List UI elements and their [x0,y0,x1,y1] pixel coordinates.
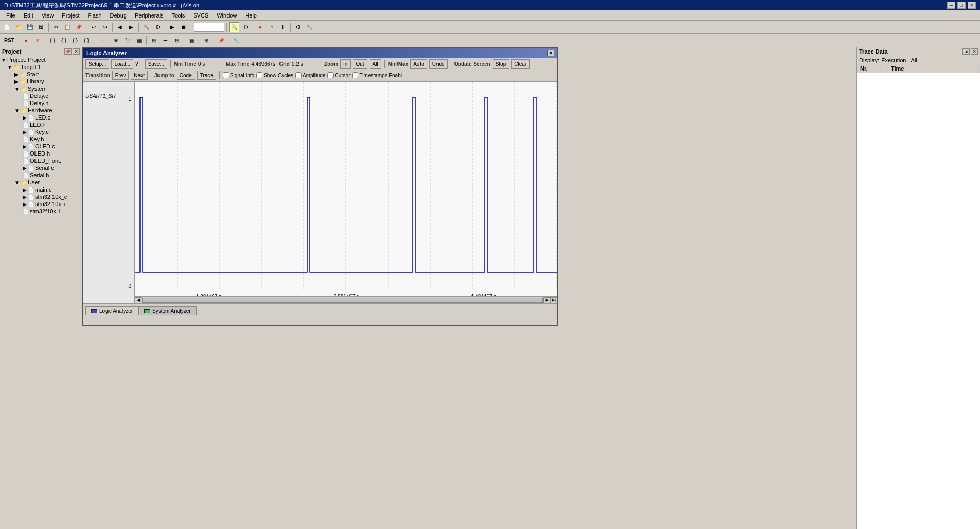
la-zoom-all-btn[interactable]: All [370,59,381,69]
la-showcycles-check[interactable]: Show Cycles [256,72,293,78]
save-all-btn[interactable]: 🖫 [36,22,46,32]
la-tab-logic[interactable]: Logic Analyzer [85,306,138,315]
tree-stm32f1b[interactable]: ▶ 📄 stm32f10x_i [0,200,82,208]
tree-oledfont[interactable]: 📄 OLED_Font. [0,157,82,164]
tree-root[interactable]: ▼ Project: Project [0,56,82,63]
settings-btn[interactable]: ⚙ [293,22,303,32]
la-prev-btn[interactable]: Prev [112,71,129,80]
stop-btn[interactable]: ⏹ [179,22,189,32]
la-save-btn[interactable]: Save... [145,59,167,69]
col-btn[interactable]: ⊟ [171,36,182,46]
curly2-btn[interactable]: { } [59,36,69,46]
la-clear-btn[interactable]: Clear [511,59,530,69]
la-cursor-checkbox[interactable] [327,72,334,78]
menu-tools[interactable]: Tools [168,11,189,20]
la-next-btn[interactable]: Next [131,71,148,80]
la-signalinfo-check[interactable]: Signal Info [223,72,254,78]
la-timestamps-check[interactable]: Timestamps Enabl [352,72,401,78]
menu-peripherals[interactable]: Peripherals [131,11,168,20]
la-auto-btn[interactable]: Auto [410,59,427,69]
tree-oled-c[interactable]: ▶ 📄 OLED.c [0,143,82,150]
arrow-right-btn[interactable]: → [96,36,107,46]
stop3-btn[interactable]: ✕ [32,36,43,46]
curly4-btn[interactable]: { } [81,36,92,46]
tree-stm32f1c[interactable]: 📄 stm32f10x_i [0,208,82,215]
tree-hardware[interactable]: ▼ 📁 Hardware [0,107,82,114]
la-zoom-in-btn[interactable]: In [340,59,351,69]
la-scroll-right[interactable]: |▶ [543,297,550,303]
menu-svcs[interactable]: SVCS [189,11,213,20]
list-btn[interactable]: ☰ [160,36,170,46]
la-timestamps-checkbox[interactable] [352,72,358,78]
la-code-btn[interactable]: Code [177,71,195,80]
minimize-button[interactable]: ─ [947,2,955,9]
pin-btn[interactable]: 📌 [216,36,226,46]
next-btn[interactable]: ▶ [126,22,136,32]
tree-stm32f1[interactable]: ▶ 📄 stm32f10x_c [0,193,82,200]
build-btn[interactable]: 🔨 [141,22,151,32]
la-stop-btn[interactable]: Stop [493,59,510,69]
tree-main-c[interactable]: ▶ 📄 main.c [0,186,82,193]
watch2-btn[interactable]: 🔭 [122,36,133,46]
redo-btn[interactable]: ↪ [100,22,110,32]
menu-view[interactable]: View [38,11,58,20]
trace-dock-btn[interactable]: ◄ [962,48,970,55]
find-btn[interactable]: 🔍 [229,22,239,32]
project-pin-btn[interactable]: 📌 [64,48,72,55]
debug-btn[interactable]: ▶ [167,22,178,32]
tree-serial-h[interactable]: 📄 Serial.h [0,172,82,179]
tree-start[interactable]: ▶ 📁 Start [0,71,82,78]
tree-oled-h[interactable]: 📄 OLED.h [0,150,82,157]
menu-help[interactable]: Help [241,11,261,20]
new-file-btn[interactable]: 📄 [2,22,12,32]
config-btn[interactable]: ⚙ [240,22,251,32]
la-showcycles-checkbox[interactable] [256,72,262,78]
menu-debug[interactable]: Debug [106,11,131,20]
delay-input[interactable]: Delay [194,23,224,32]
tree-key-c[interactable]: ▶ 📄 Key.c [0,128,82,135]
la-title-bar[interactable]: Logic Analyzer ✕ [83,48,557,58]
stop2-btn[interactable]: ⏸ [278,22,288,32]
tree-led-c[interactable]: ▶ 📄 LED.c [0,114,82,121]
open-btn[interactable]: 📂 [13,22,24,32]
tree-serial-c[interactable]: ▶ 📄 Serial.c [0,164,82,172]
cut-btn[interactable]: ✂ [51,22,61,32]
prev-btn[interactable]: ◀ [115,22,125,32]
tree-target1[interactable]: ▼ 📁 Target 1 [0,63,82,71]
maximize-button[interactable]: □ [957,2,966,9]
save-btn[interactable]: 💾 [25,22,35,32]
la-amplitude-checkbox[interactable] [295,72,302,78]
la-scrollbar-thumb[interactable] [142,298,543,303]
watch-btn[interactable]: 👁 [111,36,121,46]
menu-flash[interactable]: Flash [84,11,106,20]
layout-btn[interactable]: ▦ [186,36,197,46]
tree-library[interactable]: ▶ 📁 Library [0,78,82,85]
run-btn[interactable]: ● [255,22,266,32]
copy-btn[interactable]: 📋 [62,22,73,32]
close-button[interactable]: ✕ [968,2,976,9]
project-close-btn[interactable]: ✕ [73,48,80,55]
la-signal-name[interactable]: USART1_SR [83,92,134,100]
curly3-btn[interactable]: { } [70,36,80,46]
la-hscrollbar[interactable]: ◀ |▶ ▶| [135,296,557,303]
menu-window[interactable]: Window [213,11,241,20]
la-signalinfo-checkbox[interactable] [223,72,229,78]
tree-user[interactable]: ▼ 📁 User [0,179,82,186]
tree-delay-h[interactable]: 📄 Delay.h [0,99,82,107]
la-amplitude-check[interactable]: Amplitude [295,72,325,78]
rst-btn[interactable]: RST [2,36,16,46]
mem-btn[interactable]: ▦ [134,36,144,46]
menu-project[interactable]: Project [58,11,83,20]
menu-edit[interactable]: Edit [20,11,38,20]
la-zoom-out-btn[interactable]: Out [353,59,367,69]
curly1-btn[interactable]: { } [47,36,58,46]
trace-close-btn[interactable]: ✕ [971,48,978,55]
la-scroll-left[interactable]: ◀ [135,297,142,303]
la-trace-btn[interactable]: Trace [197,71,216,80]
la-load-btn[interactable]: Load... [111,59,133,69]
wrench-btn[interactable]: 🔧 [304,22,314,32]
extra-btn[interactable]: ⊞ [201,36,212,46]
run2-btn[interactable]: ● [21,36,31,46]
tree-led-h[interactable]: 📄 LED.h [0,121,82,128]
tree-delay-c[interactable]: 📄 Delay.c [0,92,82,99]
